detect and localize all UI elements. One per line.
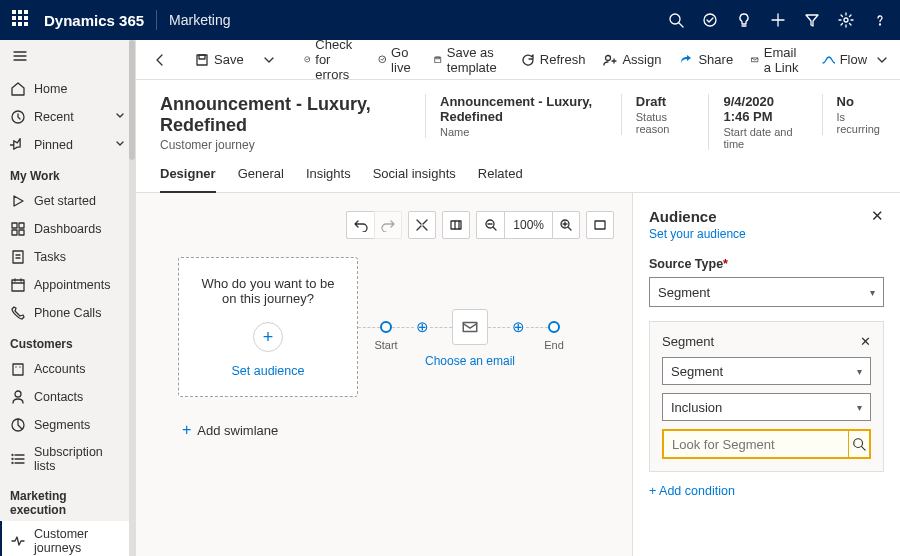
segment-remove-button[interactable]: ✕ xyxy=(860,334,871,349)
sidebar-item-accounts[interactable]: Accounts xyxy=(0,355,135,383)
journey-flow: Who do you want to be on this journey? +… xyxy=(178,257,620,397)
tab-social-insights[interactable]: Social insights xyxy=(373,166,456,192)
waffle-icon[interactable] xyxy=(12,10,32,30)
flow-button[interactable]: Flow xyxy=(814,48,896,71)
zoom-level[interactable]: 100% xyxy=(504,211,552,239)
panel-subtitle-link[interactable]: Set your audience xyxy=(649,227,884,241)
source-type-label: Source Type* xyxy=(649,257,884,271)
panel-close-button[interactable]: ✕ xyxy=(871,207,884,225)
segment-search-input[interactable] xyxy=(664,431,848,457)
svg-rect-43 xyxy=(436,57,439,59)
flow-icon xyxy=(821,53,835,67)
add-swimlane-label: Add swimlane xyxy=(197,423,278,438)
gear-icon[interactable] xyxy=(838,12,854,28)
share-icon xyxy=(679,53,693,67)
save-button[interactable]: Save xyxy=(188,48,251,71)
select-value: Segment xyxy=(658,285,710,300)
cmd-label: Go live xyxy=(391,45,416,75)
journey-icon xyxy=(10,533,26,549)
zoom-out-button[interactable] xyxy=(476,211,504,239)
golive-icon xyxy=(378,53,387,67)
sidebar-item-tasks[interactable]: Tasks xyxy=(0,243,135,271)
add-swimlane-button[interactable]: + Add swimlane xyxy=(182,421,620,439)
save-dropdown[interactable] xyxy=(255,49,283,71)
add-audience-button[interactable]: + xyxy=(253,322,283,352)
svg-point-7 xyxy=(880,24,881,25)
svg-rect-16 xyxy=(13,251,23,263)
sidebar-item-contacts[interactable]: Contacts xyxy=(0,383,135,411)
zoom-in-button[interactable] xyxy=(552,211,580,239)
email-link-button[interactable]: Email a Link xyxy=(744,41,810,79)
sidebar: Home Recent Pinned My Work Get started D… xyxy=(0,40,136,556)
svg-point-61 xyxy=(854,439,863,448)
sidebar-item-label: Contacts xyxy=(34,390,83,404)
assign-button[interactable]: Assign xyxy=(596,48,668,71)
add-condition-link[interactable]: + Add condition xyxy=(649,484,884,498)
sidebar-item-recent[interactable]: Recent xyxy=(0,103,135,131)
sidebar-item-phonecalls[interactable]: Phone Calls xyxy=(0,299,135,327)
tab-designer[interactable]: Designer xyxy=(160,166,216,193)
undo-button[interactable] xyxy=(346,211,374,239)
map-button[interactable] xyxy=(442,211,470,239)
brand-name: Dynamics 365 xyxy=(44,12,144,29)
sidebar-item-getstarted[interactable]: Get started xyxy=(0,187,135,215)
share-button[interactable]: Share xyxy=(672,48,740,71)
tabs: Designer General Insights Social insight… xyxy=(136,152,900,193)
task-icon xyxy=(10,249,26,265)
tab-related[interactable]: Related xyxy=(478,166,523,192)
cmd-label: Flow xyxy=(840,52,867,67)
assistant-icon[interactable] xyxy=(702,12,718,28)
svg-rect-14 xyxy=(12,230,17,235)
sidebar-item-sublists[interactable]: Subscription lists xyxy=(0,439,135,479)
tab-general[interactable]: General xyxy=(238,166,284,192)
sidebar-item-dashboards[interactable]: Dashboards xyxy=(0,215,135,243)
assign-icon xyxy=(603,53,617,67)
sidebar-item-journeys[interactable]: Customer journeys xyxy=(0,521,135,556)
sidebar-item-home[interactable]: Home xyxy=(0,75,135,103)
record-header: Announcement - Luxury, Redefined Custome… xyxy=(136,80,900,152)
add-node-button[interactable]: ⊕ xyxy=(510,319,526,335)
sidebar-scrollbar[interactable] xyxy=(129,40,135,556)
sidebar-item-label: Appointments xyxy=(34,278,110,292)
end-node: End xyxy=(548,321,560,333)
sidebar-group-marketing: Marketing execution xyxy=(0,479,135,521)
back-button[interactable] xyxy=(146,49,174,71)
search-icon[interactable] xyxy=(668,12,684,28)
plus-icon[interactable] xyxy=(770,12,786,28)
filter-icon[interactable] xyxy=(804,12,820,28)
svg-point-26 xyxy=(15,391,21,397)
building-icon xyxy=(10,361,26,377)
inclusion-select[interactable]: Inclusion ▾ xyxy=(662,393,871,421)
main-area: Save Check for errors Go live Save as te… xyxy=(136,40,900,556)
chevron-down-icon xyxy=(115,138,125,152)
refresh-button[interactable]: Refresh xyxy=(514,48,593,71)
email-node-label: Choose an email xyxy=(425,354,515,368)
topbar-divider xyxy=(156,10,157,30)
help-icon[interactable] xyxy=(872,12,888,28)
sidebar-item-appointments[interactable]: Appointments xyxy=(0,271,135,299)
add-node-button[interactable]: ⊕ xyxy=(414,319,430,335)
start-node: Start xyxy=(380,321,392,333)
compress-button[interactable] xyxy=(408,211,436,239)
sidebar-group-mywork: My Work xyxy=(0,159,135,187)
tab-insights[interactable]: Insights xyxy=(306,166,351,192)
svg-point-31 xyxy=(12,455,13,456)
email-node[interactable]: Choose an email xyxy=(452,309,488,345)
fullscreen-button[interactable] xyxy=(586,211,614,239)
arrow-left-icon xyxy=(153,53,167,67)
segment-box-title: Segment xyxy=(662,334,860,349)
sidebar-item-segments[interactable]: Segments xyxy=(0,411,135,439)
svg-rect-19 xyxy=(12,280,24,291)
redo-button[interactable] xyxy=(374,211,402,239)
hamburger-icon[interactable] xyxy=(0,40,135,75)
source-type-select[interactable]: Segment ▾ xyxy=(649,277,884,307)
pin-icon xyxy=(10,137,26,153)
save-template-button[interactable]: Save as template xyxy=(427,41,510,79)
sidebar-item-pinned[interactable]: Pinned xyxy=(0,131,135,159)
segment-type-select[interactable]: Segment ▾ xyxy=(662,357,871,385)
segment-search-button[interactable] xyxy=(848,431,869,457)
golive-button[interactable]: Go live xyxy=(371,41,424,79)
set-audience-link[interactable]: Set audience xyxy=(232,364,305,378)
audience-tile[interactable]: Who do you want to be on this journey? +… xyxy=(178,257,358,397)
lightbulb-icon[interactable] xyxy=(736,12,752,28)
